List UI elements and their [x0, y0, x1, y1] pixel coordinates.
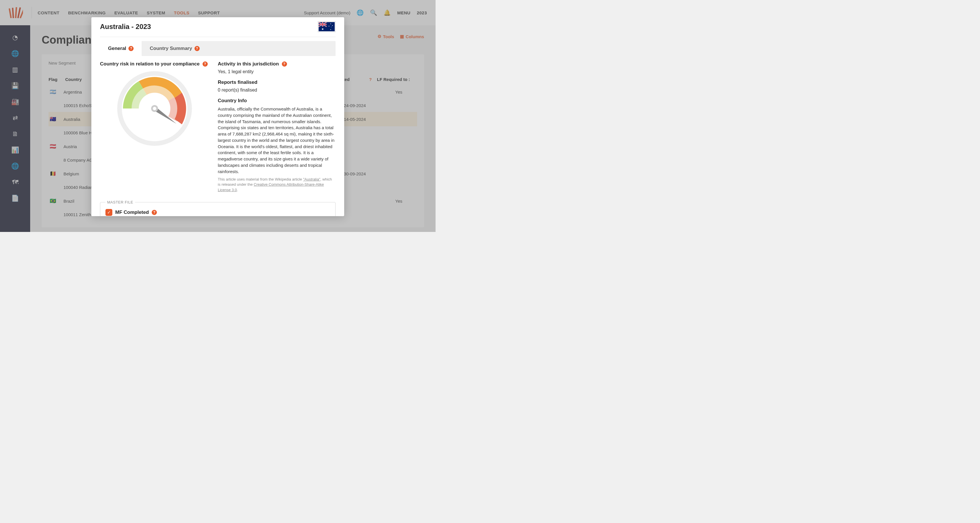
- svg-point-12: [331, 27, 332, 27]
- tab-summary-help-icon[interactable]: ?: [194, 46, 200, 51]
- tab-summary-label: Country Summary: [150, 46, 192, 51]
- reports-value: 0 report(s) finalised: [218, 87, 336, 93]
- mf-legend: MASTER FILE: [105, 200, 135, 204]
- svg-point-11: [329, 26, 329, 26]
- modal-title: Australia - 2023: [100, 23, 151, 31]
- tab-general[interactable]: General ?: [100, 41, 142, 56]
- svg-point-8: [330, 24, 331, 24]
- risk-help-icon[interactable]: ?: [202, 62, 208, 67]
- attr-link-wikipedia[interactable]: "Australia": [303, 177, 320, 181]
- risk-gauge: [116, 70, 193, 147]
- country-modal: Australia - 2023 General: [91, 17, 344, 216]
- risk-title: Country risk in relation to your complia…: [100, 61, 200, 67]
- mf-completed-label: MF Completed: [115, 209, 149, 215]
- activity-value: Yes, 1 legal entity: [218, 69, 336, 74]
- svg-point-9: [332, 25, 333, 26]
- mf-completed-checkbox[interactable]: ✓: [105, 209, 112, 216]
- master-file-fieldset: MASTER FILE ✓ MF Completed ? Check the b…: [100, 200, 336, 216]
- tab-country-summary[interactable]: Country Summary ?: [142, 41, 207, 56]
- reports-title: Reports finalised: [218, 79, 336, 85]
- mf-help-icon[interactable]: ?: [152, 210, 157, 215]
- activity-title: Activity in this jurisdiction: [218, 61, 279, 67]
- activity-help-icon[interactable]: ?: [282, 62, 287, 67]
- modal-tabs: General ? Country Summary ?: [100, 41, 336, 56]
- modal-scroll[interactable]: Australia - 2023 General: [91, 17, 344, 216]
- attr-prefix: This article uses material from the Wiki…: [218, 177, 303, 181]
- country-info-title: Country Info: [218, 98, 336, 104]
- tab-general-label: General: [108, 46, 126, 51]
- country-info-text: Australia, officially the Commonwealth o…: [218, 106, 336, 174]
- modal-flag-icon: [318, 21, 336, 32]
- attribution: This article uses material from the Wiki…: [218, 177, 336, 193]
- svg-point-18: [153, 107, 156, 110]
- tab-general-help-icon[interactable]: ?: [129, 46, 134, 51]
- svg-point-10: [330, 29, 331, 30]
